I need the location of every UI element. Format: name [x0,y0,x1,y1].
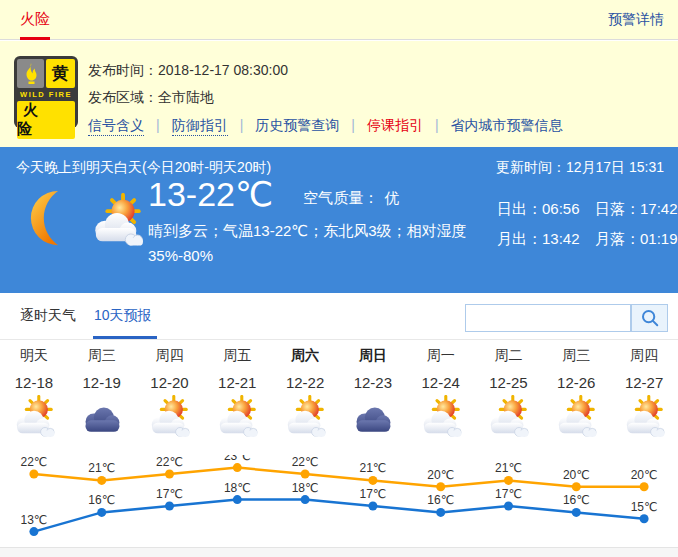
svg-text:18℃: 18℃ [292,481,319,495]
date-label: 12-24 [407,374,475,391]
day-label: 明天 [0,347,68,365]
svg-text:21℃: 21℃ [495,461,522,475]
day-label: 周五 [203,347,271,365]
link-separator: | [351,117,355,133]
badge-name: 火 险 [17,101,75,139]
date-label: 12-19 [68,374,136,391]
date-label: 12-27 [610,374,678,391]
moonset-time: 月落：01:19 [595,230,678,249]
publish-time-row: 发布时间：2018-12-17 08:30:00 [88,57,563,84]
update-time-value: 12月17日 15:31 [566,159,664,175]
current-weather-panel: 今天晚上到明天白天(今日20时-明天20时) 更新时间：12月17日 15:31… [0,147,678,293]
crescent-moon-icon [18,187,80,253]
svg-text:22℃: 22℃ [20,455,47,469]
magnifier-icon [640,308,660,328]
alert-links-row: 信号含义|防御指引|历史预警查询|停课指引|省内城市预警信息 [88,117,563,135]
svg-text:16℃: 16℃ [88,493,115,507]
svg-text:22℃: 22℃ [292,455,319,469]
publish-area-label: 发布区域： [88,89,158,105]
svg-text:22℃: 22℃ [156,455,183,469]
svg-text:23℃: 23℃ [224,455,251,463]
svg-text:16℃: 16℃ [563,493,590,507]
temperature-chart: 22℃21℃22℃23℃22℃21℃20℃21℃20℃20℃13℃16℃17℃1… [0,455,678,555]
sun-cloud-icon [136,395,204,441]
wildfire-warning-badge: 黄 WILD FIRE 火 险 [14,56,78,128]
forecast-column-12-19: 周三12-19 [68,347,136,441]
sun-cloud-icon [610,395,678,441]
day-label: 周三 [542,347,610,365]
svg-text:13℃: 13℃ [20,513,47,527]
link-separator: | [435,117,439,133]
weather-description: 晴到多云；气温13-22℃；东北风3级；相对湿度35%-80% [148,218,488,268]
day-label: 周一 [407,347,475,365]
next-section-edge [0,547,678,557]
alert-link-1[interactable]: 防御指引 [172,117,228,136]
air-quality-value: 优 [384,189,399,206]
air-quality-label: 空气质量： [303,189,378,206]
forecast-column-12-23: 周日12-23 [339,347,407,441]
publish-area-row: 发布区域：全市陆地 [88,84,563,111]
svg-text:20℃: 20℃ [631,468,658,482]
ten-day-forecast: 明天12-18周三12-19周四12-20周五12-21周六12-22周日12-… [0,340,678,547]
date-label: 12-22 [271,374,339,391]
sun-cloud-icon [542,395,610,441]
date-label: 12-25 [475,374,543,391]
warning-details-link[interactable]: 预警详情 [608,11,664,29]
day-label: 周二 [475,347,543,365]
active-tab-underline [20,37,50,40]
day-label: 周四 [610,347,678,365]
sun-cloud-icon [407,395,475,441]
date-label: 12-23 [339,374,407,391]
update-time-label: 更新时间： [496,159,566,175]
air-quality: 空气质量：优 [303,189,399,208]
flame-icon [17,59,44,88]
svg-text:20℃: 20℃ [427,468,454,482]
alert-panel: 黄 WILD FIRE 火 险 发布时间：2018-12-17 08:30:00… [0,41,678,147]
svg-text:18℃: 18℃ [224,481,251,495]
svg-text:16℃: 16℃ [427,493,454,507]
day-label: 周日 [339,347,407,365]
forecast-tab-bar: 逐时天气 10天预报 [0,293,678,340]
forecast-column-12-24: 周一12-24 [407,347,475,441]
sun-cloud-icon [271,395,339,441]
forecast-column-12-18: 明天12-18 [0,347,68,441]
sunset-time: 日落：17:42 [595,200,678,219]
alert-link-0[interactable]: 信号含义 [88,117,144,136]
forecast-column-12-26: 周三12-26 [542,347,610,441]
search-button[interactable] [631,304,668,332]
svg-text:17℃: 17℃ [495,487,522,501]
svg-text:21℃: 21℃ [88,461,115,475]
sun-moon-times: 日出：06:56 日落：17:42 月出：13:42 月落：01:19 [497,200,678,260]
moonrise-time: 月出：13:42 [497,230,583,249]
tab-ten-day-forecast[interactable]: 10天预报 [94,307,152,325]
date-label: 12-18 [0,374,68,391]
forecast-column-12-22: 周六12-22 [271,347,339,441]
svg-text:17℃: 17℃ [156,487,183,501]
publish-time-value: 2018-12-17 08:30:00 [158,62,288,78]
link-separator: | [240,117,244,133]
day-label: 周四 [136,347,204,365]
badge-subtitle: WILD FIRE [17,90,75,99]
forecast-column-12-27: 周四12-27 [610,347,678,441]
update-time: 更新时间：12月17日 15:31 [496,159,664,177]
cloud-icon [339,395,407,441]
date-label: 12-26 [542,374,610,391]
active-tab-underline [93,336,157,339]
temperature-range: 13-22℃ [148,175,273,213]
svg-text:15℃: 15℃ [631,500,658,514]
forecast-column-12-25: 周二12-25 [475,347,543,441]
date-label: 12-20 [136,374,204,391]
sunrise-time: 日出：06:56 [497,200,583,219]
svg-text:17℃: 17℃ [359,487,386,501]
alert-link-4[interactable]: 省内城市预警信息 [451,117,563,133]
search-input[interactable] [465,304,631,332]
alert-link-3[interactable]: 停课指引 [367,117,423,133]
link-separator: | [156,117,160,133]
publish-area-value: 全市陆地 [158,89,214,105]
svg-text:20℃: 20℃ [563,468,590,482]
publish-time-label: 发布时间： [88,62,158,78]
tab-hourly-weather[interactable]: 逐时天气 [20,307,76,325]
alert-link-2[interactable]: 历史预警查询 [255,117,339,133]
tab-fire-risk[interactable]: 火险 [20,10,50,29]
badge-level-char: 黄 [46,59,75,88]
